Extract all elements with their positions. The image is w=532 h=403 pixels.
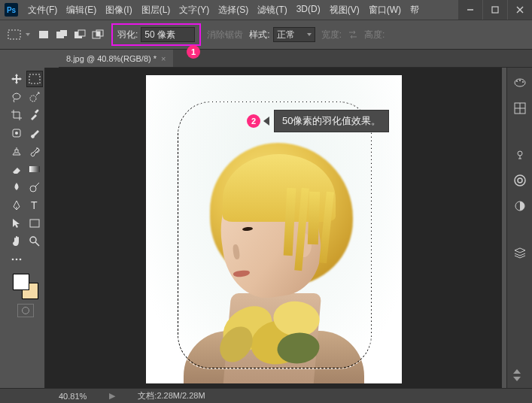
right-dock: [506, 68, 532, 388]
window-controls: [458, 0, 532, 20]
color-panel-icon[interactable]: [512, 75, 527, 90]
minimize-button[interactable]: [458, 0, 482, 20]
svg-rect-17: [29, 166, 40, 172]
app-logo: Ps: [5, 3, 18, 17]
document-tab[interactable]: 8.jpg @ 40.8%(RGB/8) * ×: [59, 50, 173, 67]
feather-label: 羽化:: [117, 29, 138, 41]
adjustments-panel-icon[interactable]: [512, 198, 527, 214]
svg-point-33: [515, 175, 525, 186]
blur-tool[interactable]: [8, 179, 25, 195]
brush-tool[interactable]: [26, 125, 43, 141]
feather-input[interactable]: [141, 27, 195, 42]
foreground-swatch[interactable]: [13, 274, 29, 290]
tool-preset[interactable]: [8, 29, 30, 40]
rectangular-marquee-tool[interactable]: [26, 71, 43, 87]
menu-edit[interactable]: 编辑(E): [62, 2, 100, 19]
annotation-2: 2 50像素的羽化值效果。: [247, 110, 389, 132]
history-brush-tool[interactable]: [26, 143, 43, 159]
style-value: 正常: [277, 29, 295, 41]
menu-3d[interactable]: 3D(D): [293, 2, 324, 19]
svg-point-22: [11, 259, 14, 261]
menu-file[interactable]: 文件(F): [24, 2, 61, 19]
quick-mask-icon: [22, 307, 29, 314]
layers-panel-icon[interactable]: [512, 245, 527, 260]
move-tool[interactable]: [8, 71, 25, 87]
close-button[interactable]: [508, 0, 532, 20]
crop-tool[interactable]: [8, 107, 25, 123]
learn-panel-icon[interactable]: [512, 147, 527, 162]
menu-filter[interactable]: 滤镜(T): [254, 2, 290, 19]
lasso-tool[interactable]: [8, 89, 25, 105]
clone-stamp-tool[interactable]: [8, 143, 25, 159]
main-menu: 文件(F) 编辑(E) 图像(I) 图层(L) 文字(Y) 选择(S) 滤镜(T…: [24, 2, 458, 19]
svg-point-26: [516, 80, 518, 82]
rectangle-tool[interactable]: [26, 215, 43, 232]
marquee-icon: [8, 29, 21, 40]
toolbox: T: [6, 68, 45, 388]
color-swatches[interactable]: [13, 274, 38, 299]
eraser-tool[interactable]: [8, 161, 25, 177]
svg-point-23: [15, 259, 17, 261]
libraries-panel-icon[interactable]: [512, 173, 527, 188]
edit-toolbar-button[interactable]: [8, 251, 25, 268]
menu-layer[interactable]: 图层(L): [138, 2, 175, 19]
style-label: 样式:: [249, 29, 269, 41]
tabbar-gutter: [0, 50, 59, 68]
style-group: 样式: 正常: [249, 27, 315, 42]
pen-tool[interactable]: [8, 197, 25, 214]
spot-healing-tool[interactable]: [8, 125, 25, 141]
path-selection-tool[interactable]: [8, 215, 25, 232]
annotation-badge-2: 2: [247, 114, 260, 128]
svg-point-32: [518, 151, 522, 156]
swap-dims-icon[interactable]: [348, 30, 358, 39]
gradient-tool[interactable]: [26, 161, 43, 177]
eyedropper-tool[interactable]: [26, 107, 43, 123]
zoom-tool[interactable]: [26, 233, 43, 250]
menu-image[interactable]: 图像(I): [102, 2, 135, 19]
menu-select[interactable]: 选择(S): [214, 2, 252, 19]
dodge-tool[interactable]: [26, 179, 43, 195]
menu-type[interactable]: 文字(Y): [175, 2, 213, 19]
subtract-selection-button[interactable]: [72, 28, 87, 41]
zoom-readout[interactable]: 40.81%: [59, 392, 87, 401]
add-selection-button[interactable]: [54, 28, 69, 41]
svg-point-21: [30, 237, 36, 243]
menu-window[interactable]: 窗口(W): [365, 2, 405, 19]
triangle-up-icon: [513, 369, 521, 374]
tab-close-button[interactable]: ×: [161, 54, 166, 63]
svg-rect-12: [96, 32, 100, 36]
intersect-selection-button[interactable]: [90, 28, 105, 41]
svg-rect-4: [8, 30, 20, 39]
svg-point-16: [15, 132, 18, 135]
annotation-caret-icon: [263, 117, 269, 126]
svg-point-14: [30, 95, 36, 102]
svg-point-18: [30, 186, 36, 192]
marquee-selection[interactable]: [178, 102, 372, 368]
svg-rect-9: [78, 30, 85, 36]
new-selection-button[interactable]: [36, 28, 51, 41]
style-select[interactable]: 正常: [273, 27, 315, 42]
chevron-down-icon: [26, 33, 30, 36]
swatches-panel-icon[interactable]: [512, 101, 527, 116]
chevron-down-icon: [307, 33, 312, 36]
menu-help[interactable]: 帮: [406, 2, 423, 19]
svg-rect-1: [492, 7, 498, 13]
tabbar-row: 8.jpg @ 40.8%(RGB/8) * ×: [0, 50, 532, 68]
menu-view[interactable]: 视图(V): [326, 2, 363, 19]
svg-text:T: T: [31, 199, 38, 211]
doc-info[interactable]: 文档:2.28M/2.28M: [138, 390, 205, 401]
titlebar: Ps 文件(F) 编辑(E) 图像(I) 图层(L) 文字(Y) 选择(S) 滤…: [0, 0, 532, 20]
svg-point-28: [522, 81, 524, 83]
hand-tool[interactable]: [8, 233, 25, 250]
options-bar: 羽化: 消除锯齿 样式: 正常 宽度: 高度:: [0, 20, 532, 50]
tab-title: 8.jpg @ 40.8%(RGB/8) *: [66, 54, 157, 63]
antialias-label: 消除锯齿: [207, 29, 243, 41]
quick-mask-toggle[interactable]: [17, 304, 34, 317]
type-tool[interactable]: T: [26, 197, 43, 214]
selection-mode-group: [36, 28, 105, 41]
annotation-tip-2: 50像素的羽化值效果。: [274, 110, 389, 132]
status-separator: ▶: [109, 391, 115, 401]
quick-selection-tool[interactable]: [26, 89, 43, 105]
maximize-button[interactable]: [483, 0, 507, 20]
panel-collapse-arrows[interactable]: [508, 364, 526, 386]
